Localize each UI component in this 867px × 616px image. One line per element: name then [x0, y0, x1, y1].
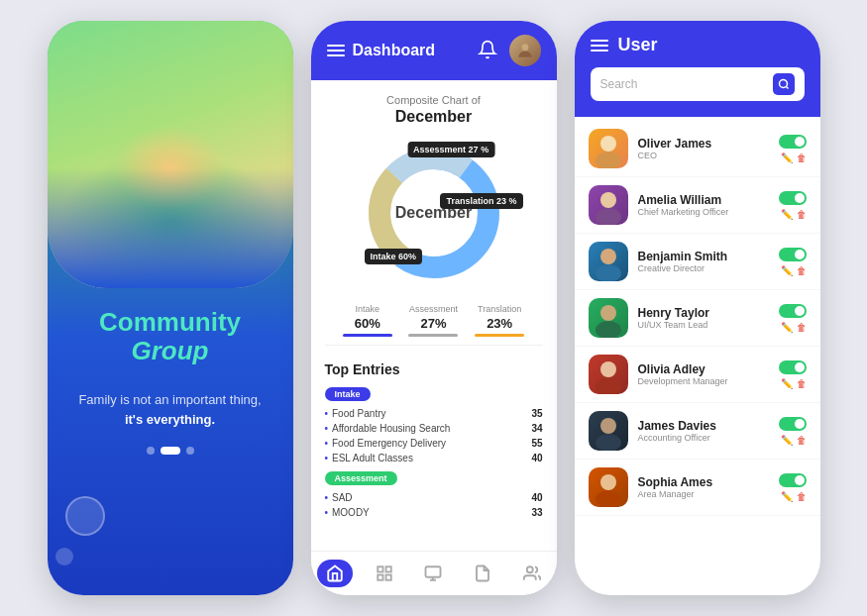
- list-item: Affordable Housing Search34: [325, 421, 543, 436]
- tagline: Family is not an important thing, it's e…: [78, 390, 261, 429]
- delete-icon-henry[interactable]: 🗑: [797, 322, 807, 333]
- action-icons-benjamin: ✏️ 🗑: [781, 265, 807, 276]
- search-submit-icon[interactable]: [773, 73, 795, 95]
- edit-icon-james[interactable]: ✏️: [781, 435, 793, 446]
- toggle-james[interactable]: [779, 417, 807, 431]
- user-page-title: User: [618, 35, 658, 55]
- entries-title: Top Entries: [325, 361, 543, 377]
- user-list: Oliver James CEO ✏️ 🗑 Amelia William Chi…: [575, 117, 820, 595]
- user-info-henry: Henry Taylor UI/UX Team Lead: [638, 306, 769, 330]
- dashboard-title: Dashboard: [353, 42, 436, 59]
- toggle-benjamin[interactable]: [779, 248, 807, 261]
- user-role-james: Accounting Officer: [638, 433, 769, 443]
- svg-point-18: [596, 208, 621, 225]
- toggle-olivia[interactable]: [779, 360, 807, 374]
- badge-assessment: Assessment: [325, 471, 397, 485]
- user-actions-benjamin: ✏️ 🗑: [779, 248, 807, 276]
- user-info-benjamin: Benjamin Smith Creative Director: [638, 250, 769, 273]
- tooltip-translation: Translation 23 %: [440, 193, 522, 209]
- user-name-amelia: Amelia William: [638, 193, 769, 207]
- user-info-james: James Davies Accounting Officer: [638, 419, 769, 443]
- action-icons-james: ✏️ 🗑: [781, 435, 807, 446]
- toggle-sophia[interactable]: [779, 473, 807, 487]
- user-menu-icon[interactable]: [591, 40, 608, 51]
- nav-grid[interactable]: [415, 560, 451, 587]
- user-item-henry: Henry Taylor UI/UX Team Lead ✏️ 🗑: [575, 290, 820, 347]
- user-info-oliver: Oliver James CEO: [638, 137, 769, 160]
- user-item-benjamin: Benjamin Smith Creative Director ✏️ 🗑: [575, 234, 820, 290]
- user-name-james: James Davies: [638, 419, 769, 433]
- user-actions-sophia: ✏️ 🗑: [779, 473, 807, 502]
- user-item-oliver: Oliver James CEO ✏️ 🗑: [575, 121, 820, 177]
- brand-highlight: Group: [132, 336, 209, 365]
- nav-document[interactable]: [465, 560, 500, 587]
- action-icons-olivia: ✏️ 🗑: [781, 378, 807, 389]
- phone-user: User Search Oliver James CEO: [575, 21, 820, 595]
- search-bar[interactable]: Search: [591, 67, 805, 101]
- stat-bar-intake: [343, 334, 392, 337]
- tooltip-assessment: Assessment 27 %: [407, 142, 494, 157]
- user-name-benjamin: Benjamin Smith: [638, 250, 769, 263]
- action-icons-henry: ✏️ 🗑: [781, 322, 807, 333]
- delete-icon-benjamin[interactable]: 🗑: [797, 265, 807, 276]
- user-header: User Search: [575, 21, 820, 117]
- svg-point-13: [779, 80, 787, 88]
- edit-icon-oliver[interactable]: ✏️: [781, 153, 793, 163]
- svg-point-21: [600, 305, 616, 321]
- chart-month: December: [325, 108, 543, 126]
- action-icons-sophia: ✏️ 🗑: [781, 491, 807, 502]
- delete-icon-olivia[interactable]: 🗑: [797, 378, 807, 389]
- stats-row: Intake 60% Assessment 27% Translation 23…: [325, 300, 543, 346]
- delete-icon-oliver[interactable]: 🗑: [797, 153, 807, 163]
- svg-rect-6: [385, 566, 390, 571]
- header-left: Dashboard: [327, 42, 436, 59]
- user-name-sophia: Sophia Ames: [638, 475, 769, 489]
- user-item-olivia: Olivia Adley Development Manager ✏️ 🗑: [575, 347, 820, 403]
- nav-home[interactable]: [317, 560, 353, 587]
- toggle-henry[interactable]: [779, 304, 807, 318]
- delete-icon-sophia[interactable]: 🗑: [797, 491, 807, 502]
- toggle-oliver[interactable]: [779, 135, 807, 149]
- svg-point-12: [526, 566, 532, 572]
- svg-rect-5: [378, 566, 382, 571]
- notification-bell-icon[interactable]: [478, 40, 499, 61]
- user-avatar[interactable]: [509, 35, 541, 66]
- svg-point-16: [596, 152, 621, 168]
- menu-icon[interactable]: [327, 45, 345, 56]
- avatar-benjamin: [589, 242, 628, 281]
- brand-name: Community Group: [99, 308, 241, 364]
- edit-icon-sophia[interactable]: ✏️: [781, 491, 793, 502]
- svg-point-23: [600, 361, 616, 377]
- edit-icon-olivia[interactable]: ✏️: [781, 378, 793, 389]
- stat-bar-translation: [475, 334, 524, 337]
- delete-icon-james[interactable]: 🗑: [797, 435, 807, 446]
- action-icons-amelia: ✏️ 🗑: [781, 209, 807, 220]
- nav-chart[interactable]: [367, 560, 402, 587]
- svg-point-28: [596, 490, 621, 507]
- delete-icon-amelia[interactable]: 🗑: [797, 209, 807, 220]
- edit-icon-benjamin[interactable]: ✏️: [781, 265, 793, 276]
- action-icons-oliver: ✏️ 🗑: [781, 153, 807, 163]
- user-role-amelia: Chief Marketing Officer: [638, 207, 769, 217]
- user-item-james: James Davies Accounting Officer ✏️ 🗑: [575, 403, 820, 460]
- user-name-olivia: Olivia Adley: [638, 362, 769, 376]
- svg-point-15: [600, 136, 616, 152]
- svg-rect-7: [385, 575, 390, 580]
- svg-rect-8: [378, 575, 382, 580]
- nav-people[interactable]: [514, 560, 550, 587]
- list-item: MOODY33: [325, 505, 543, 520]
- user-actions-amelia: ✏️ 🗑: [779, 191, 807, 220]
- user-role-oliver: CEO: [638, 151, 769, 160]
- svg-point-26: [596, 434, 621, 451]
- edit-icon-henry[interactable]: ✏️: [781, 322, 793, 333]
- svg-point-19: [600, 249, 616, 264]
- search-input[interactable]: Search: [600, 77, 767, 91]
- user-name-oliver: Oliver James: [638, 137, 769, 151]
- avatar-amelia: [589, 185, 628, 225]
- stat-assessment: Assessment 27%: [408, 304, 458, 337]
- hero-photo: [48, 21, 293, 288]
- avatar-sophia: [589, 467, 628, 507]
- edit-icon-amelia[interactable]: ✏️: [781, 209, 793, 220]
- toggle-amelia[interactable]: [779, 191, 807, 205]
- photo-overlay: [48, 21, 293, 288]
